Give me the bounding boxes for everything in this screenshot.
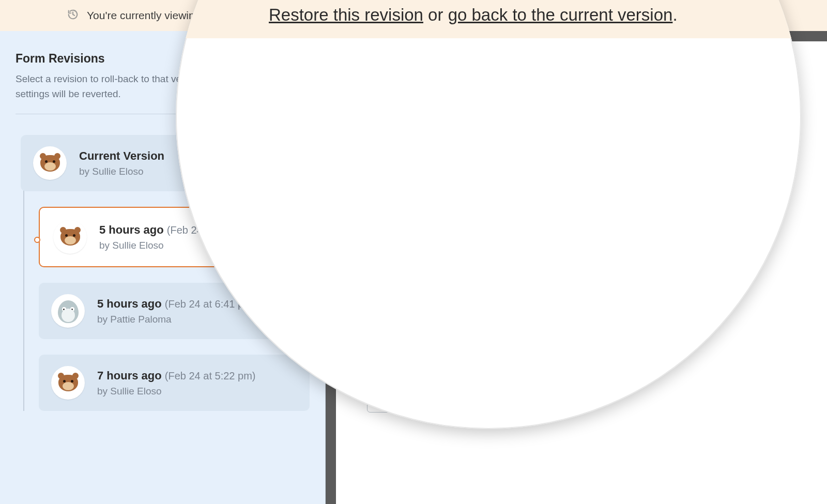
revision-author: by Sullie Eloso: [79, 166, 164, 177]
revision-card[interactable]: 7 hours ago (Feb 24 at 5:22 pm) by Sulli…: [39, 355, 310, 411]
revision-author: by Sullie Eloso: [97, 386, 255, 397]
timeline-line: [23, 171, 24, 411]
avatar-bear-icon: [33, 146, 67, 180]
revision-timestamp: (Feb 24 at 5:22 pm): [165, 370, 256, 381]
revision-title: 5 hours ago: [97, 297, 162, 310]
timeline-marker: [34, 237, 40, 243]
restore-revision-link[interactable]: Restore this revision: [269, 5, 423, 24]
go-back-link[interactable]: go back to the current version: [448, 5, 673, 24]
revision-title: Current Version: [79, 149, 164, 162]
revision-title: 7 hours ago: [97, 369, 162, 382]
avatar-bear-icon: [51, 366, 85, 400]
revision-title: 5 hours ago: [99, 223, 164, 236]
revision-author: by Pattie Paloma: [97, 314, 255, 325]
history-icon: [67, 9, 79, 23]
magnified-notice: Restore this revision or go back to the …: [176, 0, 801, 38]
avatar-bear-icon: [53, 220, 87, 254]
avatar-bird-icon: [51, 294, 85, 328]
